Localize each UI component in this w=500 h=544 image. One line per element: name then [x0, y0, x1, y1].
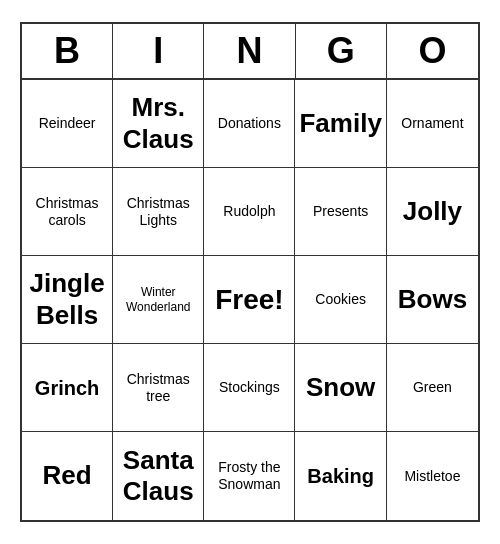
bingo-grid: ReindeerMrs. ClausDonationsFamilyOrnamen…: [22, 80, 478, 520]
header-letter: G: [296, 24, 387, 78]
bingo-cell: Christmas tree: [113, 344, 204, 432]
bingo-cell: Reindeer: [22, 80, 113, 168]
bingo-cell: Free!: [204, 256, 295, 344]
bingo-cell: Family: [295, 80, 386, 168]
bingo-cell: Jingle Bells: [22, 256, 113, 344]
bingo-cell: Ornament: [387, 80, 478, 168]
bingo-cell: Snow: [295, 344, 386, 432]
bingo-cell: Rudolph: [204, 168, 295, 256]
bingo-cell: Presents: [295, 168, 386, 256]
bingo-cell: Red: [22, 432, 113, 520]
bingo-cell: Cookies: [295, 256, 386, 344]
header-letter: B: [22, 24, 113, 78]
bingo-cell: Christmas carols: [22, 168, 113, 256]
bingo-cell: Donations: [204, 80, 295, 168]
bingo-cell: Bows: [387, 256, 478, 344]
bingo-cell: Santa Claus: [113, 432, 204, 520]
bingo-cell: Baking: [295, 432, 386, 520]
header-letter: N: [204, 24, 295, 78]
bingo-cell: Winter Wonderland: [113, 256, 204, 344]
bingo-cell: Mrs. Claus: [113, 80, 204, 168]
header-letter: I: [113, 24, 204, 78]
bingo-header: BINGO: [22, 24, 478, 80]
bingo-cell: Christmas Lights: [113, 168, 204, 256]
bingo-cell: Mistletoe: [387, 432, 478, 520]
bingo-cell: Green: [387, 344, 478, 432]
header-letter: O: [387, 24, 478, 78]
bingo-cell: Jolly: [387, 168, 478, 256]
bingo-cell: Frosty the Snowman: [204, 432, 295, 520]
bingo-cell: Grinch: [22, 344, 113, 432]
bingo-card: BINGO ReindeerMrs. ClausDonationsFamilyO…: [20, 22, 480, 522]
bingo-cell: Stockings: [204, 344, 295, 432]
